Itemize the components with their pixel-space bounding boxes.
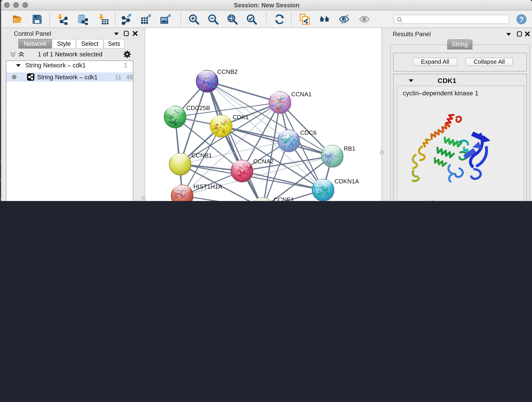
svg-text:CCNB1: CCNB1 bbox=[191, 152, 212, 159]
svg-text:HIST1H1A: HIST1H1A bbox=[193, 183, 222, 190]
svg-text:CDC6: CDC6 bbox=[300, 129, 317, 136]
svg-text:CCNA1: CCNA1 bbox=[291, 91, 312, 98]
svg-text:?: ? bbox=[519, 15, 524, 24]
svg-text:CCNE1: CCNE1 bbox=[273, 196, 294, 201]
svg-text:RB1: RB1 bbox=[344, 145, 355, 152]
svg-text:CDKN1A: CDKN1A bbox=[335, 178, 359, 185]
svg-text:CDC25B: CDC25B bbox=[186, 104, 210, 111]
svg-text:CCNB2: CCNB2 bbox=[217, 68, 238, 75]
svg-text:CDK1: CDK1 bbox=[233, 114, 249, 121]
svg-text:CCNA2: CCNA2 bbox=[253, 158, 273, 165]
